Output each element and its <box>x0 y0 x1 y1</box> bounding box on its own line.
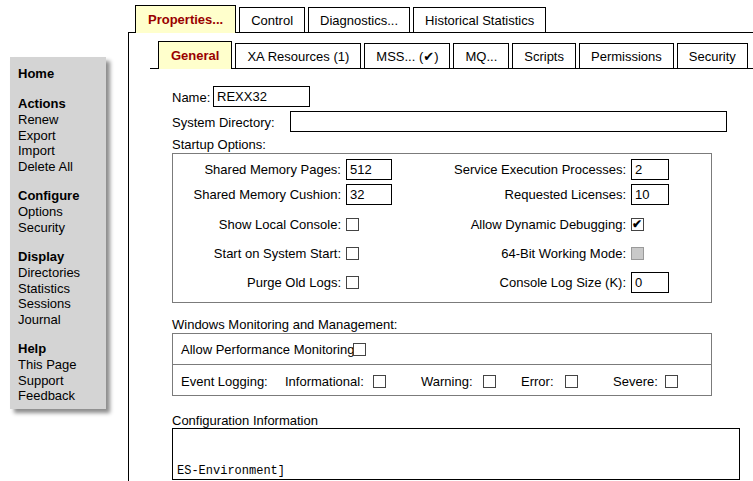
show-local-console-label: Show Local Console: <box>173 217 341 232</box>
allow-performance-monitoring-label: Allow Performance Monitoring: <box>181 342 358 357</box>
config-line-1: ES-Environment] <box>177 463 735 479</box>
secondary-tab-bar: General XA Resources (1) MSS... (✔) MQ..… <box>150 40 753 69</box>
sidebar-item-delete-all[interactable]: Delete All <box>18 159 102 175</box>
sidebar-item-statistics[interactable]: Statistics <box>18 281 102 297</box>
tab-historical-statistics[interactable]: Historical Statistics <box>413 7 546 32</box>
allow-dynamic-debugging-checkbox[interactable] <box>631 218 644 231</box>
tab-mq[interactable]: MQ... <box>453 43 509 68</box>
show-local-console-checkbox[interactable] <box>346 218 359 231</box>
sidebar-header-display: Display <box>18 249 102 265</box>
name-input[interactable] <box>213 86 310 107</box>
sidebar-item-security[interactable]: Security <box>18 220 102 236</box>
64-bit-working-mode-checkbox <box>631 247 644 260</box>
sidebar-item-options[interactable]: Options <box>18 204 102 220</box>
sidebar-item-export[interactable]: Export <box>18 128 102 144</box>
monitoring-group: Allow Performance Monitoring: Event Logg… <box>172 333 712 396</box>
sidebar-header-actions: Actions <box>18 96 102 112</box>
tab-security[interactable]: Security <box>677 43 748 68</box>
warning-label: Warning: <box>421 374 473 389</box>
config-line-1-text: ES-Environment] <box>177 464 285 478</box>
tab-diagnostics[interactable]: Diagnostics... <box>308 7 410 32</box>
startup-options-group: Shared Memory Pages: Service Execution P… <box>172 153 712 303</box>
system-directory-label: System Directory: <box>172 116 275 130</box>
sidebar-item-sessions[interactable]: Sessions <box>18 296 102 312</box>
shared-memory-cushion-label: Shared Memory Cushion: <box>173 184 341 205</box>
enterprise-server-admin-screen: Home Actions Renew Export Import Delete … <box>0 0 753 481</box>
tab-general[interactable]: General <box>158 41 232 68</box>
shared-memory-cushion-input[interactable] <box>346 184 392 205</box>
sidebar: Home Actions Renew Export Import Delete … <box>10 57 106 409</box>
system-directory-input[interactable] <box>290 111 727 132</box>
tab-properties[interactable]: Properties... <box>135 5 236 32</box>
sidebar-header-configure: Configure <box>18 188 102 204</box>
shared-memory-pages-input[interactable] <box>346 159 392 180</box>
tab-xa-resources[interactable]: XA Resources (1) <box>235 43 361 68</box>
tab-scripts[interactable]: Scripts <box>512 43 576 68</box>
primary-tab-bar: Properties... Control Diagnostics... His… <box>128 4 753 33</box>
sidebar-item-home[interactable]: Home <box>18 66 102 82</box>
group-divider <box>173 364 711 365</box>
error-label: Error: <box>521 374 554 389</box>
sidebar-item-this-page[interactable]: This Page <box>18 357 102 373</box>
service-execution-processes-label: Service Execution Processes: <box>403 159 626 180</box>
event-logging-label: Event Logging: <box>181 374 268 389</box>
tab-control[interactable]: Control <box>239 7 305 32</box>
64-bit-working-mode-label: 64-Bit Working Mode: <box>403 246 626 261</box>
allow-performance-monitoring-checkbox[interactable] <box>353 343 366 356</box>
purge-old-logs-checkbox[interactable] <box>346 276 359 289</box>
sidebar-item-journal[interactable]: Journal <box>18 312 102 328</box>
sidebar-item-renew[interactable]: Renew <box>18 112 102 128</box>
console-log-size-label: Console Log Size (K): <box>403 272 626 293</box>
configuration-information-title: Configuration Information <box>172 414 318 428</box>
severe-label: Severe: <box>613 374 658 389</box>
tab-mss[interactable]: MSS... (✔) <box>364 43 450 68</box>
purge-old-logs-label: Purge Old Logs: <box>173 275 341 290</box>
startup-options-title: Startup Options: <box>172 138 266 152</box>
informational-checkbox[interactable] <box>373 375 386 388</box>
start-on-system-start-label: Start on System Start: <box>173 246 341 261</box>
console-log-size-input[interactable] <box>631 272 669 293</box>
sidebar-item-directories[interactable]: Directories <box>18 265 102 281</box>
allow-dynamic-debugging-label: Allow Dynamic Debugging: <box>403 217 626 232</box>
configuration-information-editor[interactable]: ES-Environment] MFTRACE_CONFIG=C:\Users\… <box>172 428 740 480</box>
warning-checkbox[interactable] <box>483 375 496 388</box>
informational-label: Informational: <box>285 374 364 389</box>
service-execution-processes-input[interactable] <box>631 159 669 180</box>
start-on-system-start-checkbox[interactable] <box>346 247 359 260</box>
name-label: Name: <box>172 91 210 105</box>
severe-checkbox[interactable] <box>665 375 678 388</box>
monitoring-title: Windows Monitoring and Management: <box>172 318 397 332</box>
requested-licenses-label: Requested Licenses: <box>403 184 626 205</box>
sidebar-header-help: Help <box>18 341 102 357</box>
sidebar-item-support[interactable]: Support <box>18 373 102 389</box>
shared-memory-pages-label: Shared Memory Pages: <box>173 159 341 180</box>
error-checkbox[interactable] <box>565 375 578 388</box>
tab-permissions[interactable]: Permissions <box>579 43 674 68</box>
sidebar-item-feedback[interactable]: Feedback <box>18 388 102 404</box>
content-panel-left-border <box>128 33 129 481</box>
sidebar-item-import[interactable]: Import <box>18 143 102 159</box>
requested-licenses-input[interactable] <box>631 184 669 205</box>
